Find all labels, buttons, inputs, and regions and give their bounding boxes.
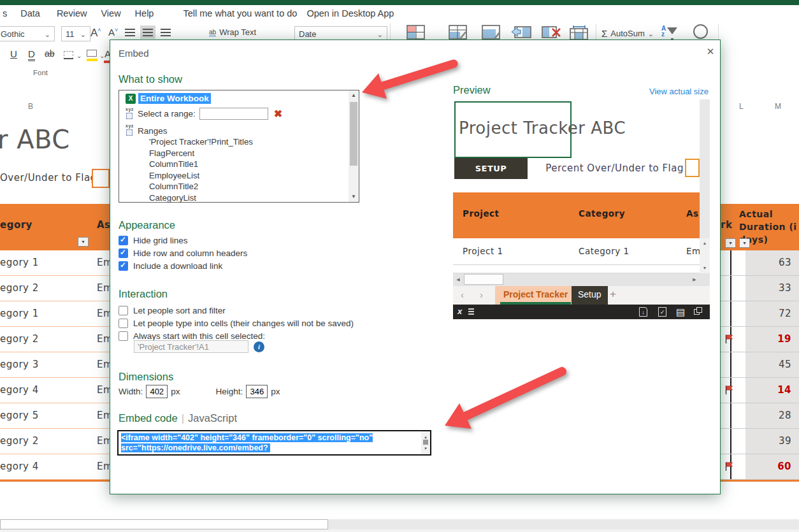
preview-vertical-scrollbar[interactable] bbox=[700, 238, 710, 273]
select-range-option[interactable]: xyz Select a range: ✖ bbox=[126, 108, 282, 120]
menu-item[interactable]: Data bbox=[20, 8, 40, 18]
scroll-left-icon[interactable] bbox=[453, 273, 463, 286]
insert-cells-icon[interactable] bbox=[511, 24, 531, 41]
vertical-scrollbar[interactable] bbox=[421, 431, 430, 454]
entire-workbook-option[interactable]: X Entire Workbook bbox=[126, 93, 211, 104]
menu-item[interactable]: Tell me what you want to do bbox=[183, 8, 297, 18]
named-range-item[interactable]: 'Project Tracker'!Print_Titles bbox=[149, 136, 253, 148]
vertical-scrollbar[interactable] bbox=[349, 90, 359, 202]
checkbox-checked-icon[interactable] bbox=[119, 248, 128, 258]
font-size-select[interactable]: 11 bbox=[61, 26, 90, 41]
named-range-item[interactable]: CategoryList bbox=[149, 192, 253, 204]
font-name-select[interactable]: Gothic bbox=[0, 26, 55, 41]
height-input[interactable] bbox=[246, 385, 268, 398]
interaction-option[interactable]: Always start with this cell selected: bbox=[119, 331, 354, 341]
named-range-item[interactable]: FlagPercent bbox=[149, 148, 253, 159]
chevron-down-icon[interactable]: ⌄ bbox=[76, 52, 82, 59]
menu-item[interactable]: Open in Desktop App bbox=[306, 8, 394, 18]
appearance-option[interactable]: Hide grid lines bbox=[119, 236, 247, 245]
table-row[interactable]: egory 3 Em bbox=[0, 352, 110, 378]
cell-styles-icon[interactable] bbox=[482, 24, 501, 41]
conditional-formatting-icon[interactable] bbox=[407, 24, 426, 41]
borders-icon[interactable] bbox=[64, 51, 73, 59]
tab-javascript[interactable]: JavaScript bbox=[188, 412, 237, 424]
align-top-icon[interactable] bbox=[122, 25, 138, 39]
scroll-down-icon[interactable] bbox=[421, 443, 430, 454]
width-input[interactable] bbox=[146, 385, 168, 398]
add-sheet-icon[interactable]: + bbox=[610, 288, 616, 301]
prev-sheet-icon[interactable] bbox=[461, 289, 464, 300]
column-header-m[interactable]: M bbox=[775, 102, 781, 111]
checkbox-unchecked-icon[interactable] bbox=[119, 331, 128, 341]
tab-project-tracker[interactable]: Project Tracker bbox=[495, 286, 576, 305]
table-row[interactable]: 39 bbox=[721, 429, 799, 454]
scroll-down-icon[interactable] bbox=[349, 192, 359, 202]
format-as-table-icon[interactable] bbox=[449, 24, 468, 41]
fill-color-icon[interactable] bbox=[87, 50, 97, 57]
preview-percent-cell[interactable] bbox=[685, 159, 700, 177]
table-row[interactable]: 28 bbox=[721, 403, 799, 429]
tab-setup[interactable]: Setup bbox=[572, 286, 608, 305]
search-icon[interactable] bbox=[693, 24, 708, 39]
table-row[interactable]: 19 bbox=[721, 327, 799, 352]
table-row[interactable]: 14 bbox=[721, 378, 799, 403]
appearance-option[interactable]: Include a download link bbox=[119, 261, 247, 271]
clear-range-icon[interactable]: ✖ bbox=[274, 108, 282, 120]
scroll-right-icon[interactable] bbox=[689, 273, 700, 286]
scroll-up-icon[interactable] bbox=[700, 238, 710, 248]
interaction-option[interactable]: Let people sort and filter bbox=[119, 306, 354, 315]
align-middle-icon[interactable] bbox=[140, 25, 155, 39]
download-icon[interactable] bbox=[639, 307, 647, 317]
table-row[interactable]: egory 4 Em bbox=[0, 378, 110, 403]
filter-dropdown-button[interactable] bbox=[78, 237, 89, 247]
next-sheet-icon[interactable] bbox=[480, 289, 483, 300]
named-range-item[interactable]: ColumnTitle2 bbox=[149, 181, 253, 192]
scrollbar-thumb[interactable] bbox=[350, 102, 357, 166]
checkbox-unchecked-icon[interactable] bbox=[119, 319, 128, 328]
what-to-show-list[interactable]: X Entire Workbook xyz Select a range: ✖ … bbox=[119, 90, 359, 203]
menu-item[interactable]: View bbox=[101, 8, 120, 18]
tab-embed-code[interactable]: Embed code bbox=[119, 412, 178, 424]
close-icon[interactable]: ✕ bbox=[703, 44, 718, 59]
table-row[interactable]: egory 1 Em bbox=[0, 301, 110, 327]
popout-icon[interactable] bbox=[694, 309, 700, 315]
menu-item[interactable]: s bbox=[3, 8, 7, 18]
scrollbar-thumb[interactable] bbox=[0, 519, 328, 529]
embed-code-textarea[interactable]: <iframe width="402" height="346" framebo… bbox=[117, 430, 431, 456]
strikethrough-button[interactable]: ab bbox=[45, 48, 55, 59]
view-actual-size-link[interactable]: View actual size bbox=[649, 87, 709, 96]
cell-size-icon[interactable] bbox=[570, 24, 589, 41]
table-row[interactable]: egory 4 Em bbox=[0, 454, 110, 480]
filter-dropdown-button[interactable] bbox=[739, 238, 750, 248]
table-row[interactable]: egory 2 Em bbox=[0, 327, 110, 352]
info-icon[interactable]: i bbox=[254, 341, 264, 352]
align-bottom-icon[interactable] bbox=[158, 25, 173, 39]
table-row[interactable]: 45 bbox=[721, 352, 799, 378]
flag-percent-cell[interactable] bbox=[92, 169, 110, 188]
checkbox-checked-icon[interactable] bbox=[119, 236, 128, 245]
ranges-option[interactable]: xyz Ranges bbox=[126, 125, 168, 136]
table-row[interactable]: 72 bbox=[721, 301, 799, 327]
autosum-button[interactable]: Σ AutoSum bbox=[601, 28, 654, 39]
appearance-option[interactable]: Hide row and column headers bbox=[119, 248, 247, 258]
named-range-item[interactable]: EmployeeList bbox=[149, 170, 253, 182]
grow-font-button[interactable]: A˄ bbox=[90, 27, 101, 40]
table-row[interactable]: 60 bbox=[721, 454, 799, 480]
wrap-text-button[interactable]: ab Wrap Text bbox=[209, 27, 256, 37]
table-row[interactable]: egory 2 Em bbox=[0, 429, 110, 454]
column-header-b[interactable]: B bbox=[28, 102, 33, 111]
horizontal-scrollbar[interactable] bbox=[0, 519, 799, 529]
delete-cells-icon[interactable] bbox=[542, 24, 562, 41]
sort-filter-icon[interactable]: Az bbox=[661, 25, 678, 41]
table-row[interactable]: 33 bbox=[721, 276, 799, 301]
named-range-item[interactable]: ColumnTitle1 bbox=[149, 159, 253, 170]
start-cell-input[interactable] bbox=[134, 340, 248, 353]
interaction-option[interactable]: Let people type into cells (their change… bbox=[119, 319, 354, 328]
table-row[interactable]: egory 1 Em bbox=[0, 250, 110, 276]
preview-horizontal-scrollbar[interactable] bbox=[453, 273, 710, 286]
data-check-icon[interactable] bbox=[658, 307, 666, 317]
range-input[interactable] bbox=[199, 108, 268, 120]
table-row[interactable]: egory 2 Em bbox=[0, 276, 110, 301]
column-header-l[interactable]: L bbox=[739, 102, 744, 111]
table-row[interactable]: 63 bbox=[721, 250, 799, 276]
